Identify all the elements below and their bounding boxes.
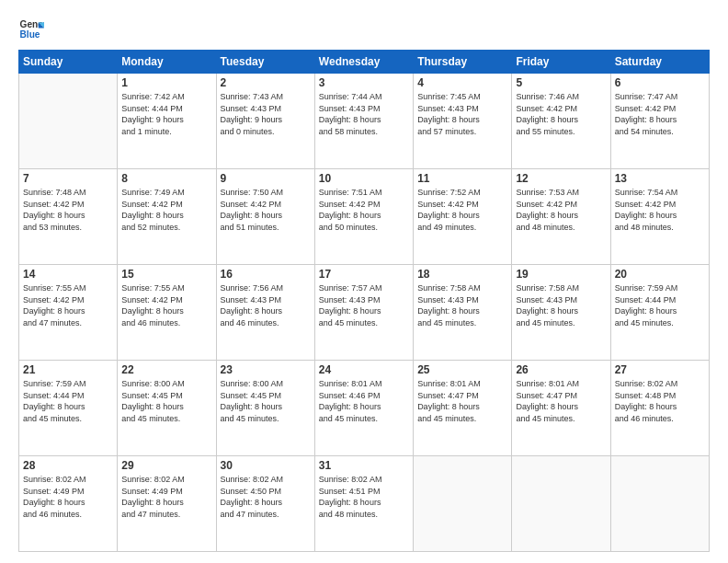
calendar-cell: 18Sunrise: 7:58 AM Sunset: 4:43 PM Dayli… [414,265,512,361]
day-number: 26 [516,363,606,376]
day-info: Sunrise: 8:02 AM Sunset: 4:49 PM Dayligh… [121,474,211,520]
calendar-cell [512,456,610,552]
day-number: 29 [121,459,211,472]
day-info: Sunrise: 7:55 AM Sunset: 4:42 PM Dayligh… [23,282,113,328]
day-info: Sunrise: 8:01 AM Sunset: 4:47 PM Dayligh… [516,378,606,424]
calendar-cell: 8Sunrise: 7:49 AM Sunset: 4:42 PM Daylig… [118,169,216,265]
day-info: Sunrise: 7:43 AM Sunset: 4:43 PM Dayligh… [221,91,311,137]
calendar-cell: 17Sunrise: 7:57 AM Sunset: 4:43 PM Dayli… [314,265,413,361]
calendar-week-row: 1Sunrise: 7:42 AM Sunset: 4:44 PM Daylig… [19,74,710,169]
calendar-cell: 15Sunrise: 7:55 AM Sunset: 4:42 PM Dayli… [118,265,216,361]
svg-text:Blue: Blue [20,29,40,40]
calendar-cell: 13Sunrise: 7:54 AM Sunset: 4:42 PM Dayli… [610,169,709,265]
day-number: 18 [417,268,507,281]
calendar-header-tuesday: Tuesday [216,51,314,74]
calendar-cell [19,74,118,169]
calendar-cell [610,456,709,552]
calendar-cell: 7Sunrise: 7:48 AM Sunset: 4:42 PM Daylig… [19,169,118,265]
calendar-week-row: 14Sunrise: 7:55 AM Sunset: 4:42 PM Dayli… [19,265,710,361]
day-info: Sunrise: 7:48 AM Sunset: 4:42 PM Dayligh… [23,187,113,233]
calendar-cell: 5Sunrise: 7:46 AM Sunset: 4:42 PM Daylig… [512,74,610,169]
calendar-table: SundayMondayTuesdayWednesdayThursdayFrid… [18,50,710,552]
calendar-header-sunday: Sunday [19,51,118,74]
day-info: Sunrise: 7:59 AM Sunset: 4:44 PM Dayligh… [615,282,705,328]
calendar-cell: 25Sunrise: 8:01 AM Sunset: 4:47 PM Dayli… [414,361,512,456]
day-info: Sunrise: 7:58 AM Sunset: 4:43 PM Dayligh… [417,282,507,328]
day-number: 14 [23,268,113,281]
day-number: 5 [516,76,606,89]
day-info: Sunrise: 8:01 AM Sunset: 4:47 PM Dayligh… [417,378,507,424]
calendar-cell: 2Sunrise: 7:43 AM Sunset: 4:43 PM Daylig… [216,74,314,169]
calendar-header-friday: Friday [512,51,610,74]
calendar-cell: 16Sunrise: 7:56 AM Sunset: 4:43 PM Dayli… [216,265,314,361]
calendar-cell: 1Sunrise: 7:42 AM Sunset: 4:44 PM Daylig… [118,74,216,169]
day-info: Sunrise: 8:00 AM Sunset: 4:45 PM Dayligh… [221,378,311,424]
day-number: 1 [121,76,211,89]
calendar-cell: 19Sunrise: 7:58 AM Sunset: 4:43 PM Dayli… [512,265,610,361]
logo-icon: General Blue [18,17,44,42]
day-info: Sunrise: 7:52 AM Sunset: 4:42 PM Dayligh… [417,187,507,233]
day-info: Sunrise: 7:59 AM Sunset: 4:44 PM Dayligh… [23,378,113,424]
calendar-cell: 14Sunrise: 7:55 AM Sunset: 4:42 PM Dayli… [19,265,118,361]
calendar-cell: 9Sunrise: 7:50 AM Sunset: 4:42 PM Daylig… [216,169,314,265]
day-number: 27 [615,363,705,376]
day-info: Sunrise: 8:02 AM Sunset: 4:51 PM Dayligh… [319,474,409,520]
day-info: Sunrise: 7:51 AM Sunset: 4:42 PM Dayligh… [319,187,409,233]
calendar-cell: 31Sunrise: 8:02 AM Sunset: 4:51 PM Dayli… [314,456,413,552]
day-number: 9 [221,172,311,185]
calendar-cell: 28Sunrise: 8:02 AM Sunset: 4:49 PM Dayli… [19,456,118,552]
day-number: 22 [121,363,211,376]
calendar-cell: 11Sunrise: 7:52 AM Sunset: 4:42 PM Dayli… [414,169,512,265]
day-info: Sunrise: 8:00 AM Sunset: 4:45 PM Dayligh… [121,378,211,424]
day-info: Sunrise: 7:56 AM Sunset: 4:43 PM Dayligh… [221,282,311,328]
day-number: 16 [221,268,311,281]
day-info: Sunrise: 8:02 AM Sunset: 4:49 PM Dayligh… [23,474,113,520]
day-number: 12 [516,172,606,185]
calendar-cell: 21Sunrise: 7:59 AM Sunset: 4:44 PM Dayli… [19,361,118,456]
day-number: 7 [23,172,113,185]
day-info: Sunrise: 7:58 AM Sunset: 4:43 PM Dayligh… [516,282,606,328]
day-info: Sunrise: 7:57 AM Sunset: 4:43 PM Dayligh… [319,282,409,328]
day-info: Sunrise: 8:01 AM Sunset: 4:46 PM Dayligh… [319,378,409,424]
day-number: 15 [121,268,211,281]
calendar-cell: 26Sunrise: 8:01 AM Sunset: 4:47 PM Dayli… [512,361,610,456]
day-number: 23 [221,363,311,376]
day-number: 17 [319,268,409,281]
day-number: 31 [319,459,409,472]
day-number: 3 [319,76,409,89]
day-number: 6 [615,76,705,89]
day-number: 19 [516,268,606,281]
day-number: 10 [319,172,409,185]
day-info: Sunrise: 8:02 AM Sunset: 4:50 PM Dayligh… [221,474,311,520]
calendar-cell: 3Sunrise: 7:44 AM Sunset: 4:43 PM Daylig… [314,74,413,169]
day-info: Sunrise: 7:46 AM Sunset: 4:42 PM Dayligh… [516,91,606,137]
calendar-cell: 6Sunrise: 7:47 AM Sunset: 4:42 PM Daylig… [610,74,709,169]
calendar-cell: 12Sunrise: 7:53 AM Sunset: 4:42 PM Dayli… [512,169,610,265]
page-header: General Blue [18,17,710,42]
calendar-week-row: 21Sunrise: 7:59 AM Sunset: 4:44 PM Dayli… [19,361,710,456]
day-info: Sunrise: 8:02 AM Sunset: 4:48 PM Dayligh… [615,378,705,424]
calendar-header-monday: Monday [118,51,216,74]
day-number: 11 [417,172,507,185]
day-number: 4 [417,76,507,89]
logo: General Blue [18,17,44,42]
day-info: Sunrise: 7:54 AM Sunset: 4:42 PM Dayligh… [615,187,705,233]
day-info: Sunrise: 7:44 AM Sunset: 4:43 PM Dayligh… [319,91,409,137]
day-number: 8 [121,172,211,185]
calendar-cell: 22Sunrise: 8:00 AM Sunset: 4:45 PM Dayli… [118,361,216,456]
calendar-cell: 10Sunrise: 7:51 AM Sunset: 4:42 PM Dayli… [314,169,413,265]
calendar-header-saturday: Saturday [610,51,709,74]
day-number: 2 [221,76,311,89]
day-info: Sunrise: 7:45 AM Sunset: 4:43 PM Dayligh… [417,91,507,137]
calendar-cell [414,456,512,552]
day-number: 28 [23,459,113,472]
day-number: 13 [615,172,705,185]
calendar-cell: 4Sunrise: 7:45 AM Sunset: 4:43 PM Daylig… [414,74,512,169]
day-number: 30 [221,459,311,472]
calendar-cell: 24Sunrise: 8:01 AM Sunset: 4:46 PM Dayli… [314,361,413,456]
calendar-header-row: SundayMondayTuesdayWednesdayThursdayFrid… [19,51,710,74]
day-number: 24 [319,363,409,376]
calendar-cell: 23Sunrise: 8:00 AM Sunset: 4:45 PM Dayli… [216,361,314,456]
day-number: 25 [417,363,507,376]
calendar-cell: 20Sunrise: 7:59 AM Sunset: 4:44 PM Dayli… [610,265,709,361]
